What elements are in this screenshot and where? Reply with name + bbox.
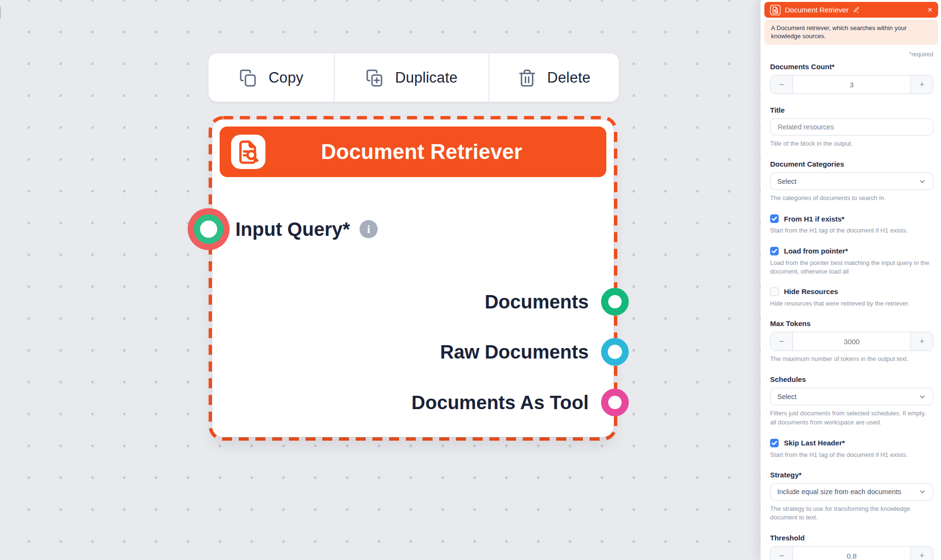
field-label: Strategy* <box>770 471 933 479</box>
load-from-pointer-checkbox-row[interactable]: Load from pointer* <box>770 247 933 255</box>
max-tokens-value[interactable]: 3000 <box>793 332 910 350</box>
schedules-select[interactable]: Select <box>770 388 933 405</box>
max-tokens-field: Max Tokens − 3000 + The maximum number o… <box>770 319 933 363</box>
documents-port-label: Documents <box>485 291 589 313</box>
chevron-down-icon <box>919 178 926 185</box>
strategy-select[interactable]: Include equal size from each documents <box>770 483 933 501</box>
copy-icon <box>239 68 258 87</box>
node-toolbar: Copy Duplicate Delete <box>209 53 619 102</box>
title-input[interactable] <box>770 118 933 136</box>
decrement-button[interactable]: − <box>771 332 793 350</box>
duplicate-button-label: Duplicate <box>395 69 457 86</box>
documents-count-value[interactable]: 3 <box>793 75 910 94</box>
duplicate-button[interactable]: Duplicate <box>334 53 488 102</box>
threshold-field: Threshold − 0.8 + <box>770 534 933 560</box>
select-value: Select <box>777 178 919 185</box>
chevron-down-icon <box>919 488 926 496</box>
increment-button[interactable]: + <box>910 75 933 94</box>
documents-as-tool-port-label: Documents As Tool <box>412 392 589 413</box>
field-helper: Load from the pointer best matching the … <box>770 259 933 276</box>
input-query-port[interactable] <box>188 208 230 250</box>
node-settings-panel: Document Retriever × A Document retrieve… <box>761 0 941 560</box>
panel-header: Document Retriever × <box>764 2 938 18</box>
documents-count-stepper: − 3 + <box>770 75 933 94</box>
raw-documents-port-label: Raw Documents <box>440 341 589 363</box>
raw-documents-port-label-row: Raw Documents <box>440 339 589 364</box>
delete-button[interactable]: Delete <box>488 53 619 102</box>
documents-count-field: Documents Count* − 3 + <box>770 63 933 94</box>
checkbox-label: Load from pointer* <box>784 247 848 255</box>
input-query-row: Input Query* i <box>235 217 378 242</box>
select-value: Include equal size from each documents <box>777 488 919 496</box>
app-window: Copy Duplicate Delete <box>0 0 941 560</box>
increment-button[interactable]: + <box>910 332 933 350</box>
close-panel-button[interactable]: × <box>928 6 932 14</box>
documents-port-label-row: Documents <box>485 289 589 314</box>
hide-resources-field: Hide Resources Hide resources that were … <box>770 287 933 308</box>
field-label: Documents Count* <box>770 63 933 71</box>
decrement-button[interactable]: − <box>771 75 793 94</box>
check-icon <box>772 216 777 222</box>
decrement-button[interactable]: − <box>771 547 793 560</box>
document-categories-field: Document Categories Select The categorie… <box>770 160 933 202</box>
documents-port-ring <box>601 288 629 316</box>
hide-resources-checkbox-row[interactable]: Hide Resources <box>770 287 933 296</box>
threshold-value[interactable]: 0.8 <box>793 547 910 560</box>
select-value: Select <box>777 393 919 401</box>
load-from-pointer-checkbox[interactable] <box>770 247 779 255</box>
chevron-down-icon <box>919 393 926 401</box>
field-helper: The strategy to use for transforming the… <box>770 505 933 522</box>
documents-as-tool-port[interactable] <box>601 389 629 416</box>
duplicate-icon <box>365 68 384 87</box>
field-label: Max Tokens <box>770 319 933 328</box>
node-header: Document Retriever <box>220 127 606 177</box>
check-icon <box>772 440 777 446</box>
skip-last-header-checkbox[interactable] <box>770 439 779 447</box>
copy-button[interactable]: Copy <box>209 53 334 102</box>
node-description: A Document retriever, which searches wit… <box>764 20 938 45</box>
field-label: Schedules <box>770 375 933 383</box>
field-label: Threshold <box>770 534 933 542</box>
threshold-stepper: − 0.8 + <box>770 546 933 560</box>
flow-canvas[interactable]: Copy Duplicate Delete <box>0 0 761 560</box>
skip-last-header-checkbox-row[interactable]: Skip Last Header* <box>770 439 933 447</box>
panel-title: Document Retriever <box>785 6 848 14</box>
field-helper: Start from the H1 tag of the document if… <box>770 451 933 459</box>
raw-documents-port[interactable] <box>601 338 629 366</box>
documents-as-tool-port-ring <box>601 389 629 416</box>
input-query-port-ring <box>194 214 223 244</box>
documents-port[interactable] <box>601 288 629 316</box>
copy-button-label: Copy <box>268 69 303 86</box>
title-field: Title Title of the block in the output. <box>770 106 933 148</box>
skip-last-header-field: Skip Last Header* Start from the H1 tag … <box>770 439 933 459</box>
trash-icon <box>518 68 537 87</box>
load-from-pointer-field: Load from pointer* Load from the pointer… <box>770 247 933 276</box>
input-query-label: Input Query* <box>235 219 350 240</box>
required-note: *required <box>770 51 933 58</box>
raw-documents-port-ring <box>601 338 629 366</box>
max-tokens-stepper: − 3000 + <box>770 332 933 351</box>
panel-body: *required Documents Count* − 3 + Title T… <box>764 51 938 560</box>
field-helper: The maximum number of tokens in the outp… <box>770 355 933 363</box>
delete-button-label: Delete <box>547 69 591 86</box>
from-h1-checkbox[interactable] <box>770 214 779 223</box>
documents-as-tool-port-label-row: Documents As Tool <box>412 390 589 415</box>
field-helper: Title of the block in the output. <box>770 139 933 148</box>
document-categories-select[interactable]: Select <box>770 172 933 190</box>
checkbox-label: From H1 if exists* <box>784 215 845 223</box>
from-h1-checkbox-row[interactable]: From H1 if exists* <box>770 214 933 223</box>
document-retriever-node[interactable]: Document Retriever Input Query* i Docume… <box>209 116 617 441</box>
info-icon[interactable]: i <box>359 220 378 238</box>
field-helper: Filters just documents from selected sch… <box>770 409 933 426</box>
edit-pencil-icon[interactable] <box>853 6 860 13</box>
document-search-icon <box>231 135 265 169</box>
hide-resources-checkbox[interactable] <box>770 287 779 296</box>
field-helper: The categories of documents to search in… <box>770 194 933 202</box>
node-title: Document Retriever <box>265 140 595 164</box>
strategy-field: Strategy* Include equal size from each d… <box>770 471 933 522</box>
increment-button[interactable]: + <box>910 547 933 560</box>
field-label: Document Categories <box>770 160 933 168</box>
checkbox-label: Hide Resources <box>784 287 838 296</box>
from-h1-field: From H1 if exists* Start from the H1 tag… <box>770 214 933 235</box>
node-card[interactable]: Document Retriever <box>212 120 613 437</box>
